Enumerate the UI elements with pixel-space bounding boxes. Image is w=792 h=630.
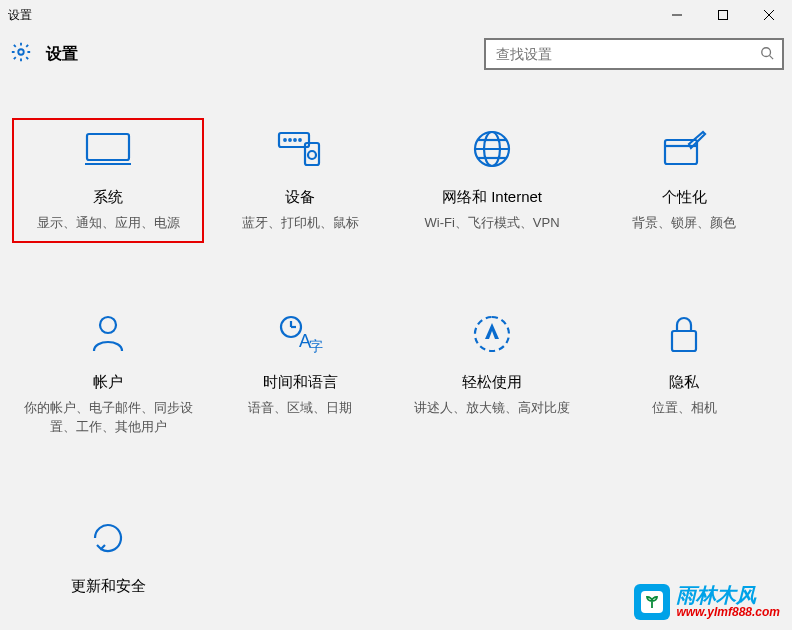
watermark: 雨林木风 www.ylmf888.com bbox=[634, 584, 780, 620]
ease-icon bbox=[471, 313, 513, 355]
close-button[interactable] bbox=[746, 0, 792, 30]
paint-icon bbox=[661, 128, 707, 170]
svg-point-12 bbox=[294, 139, 296, 141]
titlebar: 设置 bbox=[0, 0, 792, 30]
search-input[interactable] bbox=[496, 46, 760, 62]
svg-point-5 bbox=[762, 47, 771, 56]
maximize-icon bbox=[717, 9, 729, 21]
tile-ease-of-access[interactable]: 轻松使用 讲述人、放大镜、高对比度 bbox=[396, 303, 588, 447]
watermark-url: www.ylmf888.com bbox=[676, 606, 780, 619]
person-icon bbox=[90, 313, 126, 355]
display-icon bbox=[83, 128, 133, 170]
svg-point-10 bbox=[284, 139, 286, 141]
svg-text:字: 字 bbox=[309, 338, 323, 354]
lock-icon bbox=[667, 313, 701, 355]
globe-icon bbox=[471, 128, 513, 170]
tile-personalization[interactable]: 个性化 背景、锁屏、颜色 bbox=[588, 118, 780, 243]
time-language-icon: A字 bbox=[277, 313, 323, 355]
tile-desc: 显示、通知、应用、电源 bbox=[37, 213, 180, 233]
sprout-icon bbox=[641, 591, 663, 613]
tile-title: 网络和 Internet bbox=[442, 188, 542, 207]
svg-point-15 bbox=[308, 151, 316, 159]
minimize-button[interactable] bbox=[654, 0, 700, 30]
window-title: 设置 bbox=[8, 7, 32, 24]
tile-desc: 位置、相机 bbox=[652, 398, 717, 418]
page-title: 设置 bbox=[46, 44, 78, 65]
window-controls bbox=[654, 0, 792, 30]
tile-devices[interactable]: 设备 蓝牙、打印机、鼠标 bbox=[204, 118, 396, 243]
devices-icon bbox=[275, 128, 325, 170]
svg-point-23 bbox=[100, 317, 116, 333]
tile-title: 帐户 bbox=[93, 373, 123, 392]
tile-time-language[interactable]: A字 时间和语言 语音、区域、日期 bbox=[204, 303, 396, 447]
svg-rect-21 bbox=[665, 140, 697, 164]
search-icon bbox=[760, 46, 774, 63]
tile-desc: 背景、锁屏、颜色 bbox=[632, 213, 736, 233]
svg-rect-1 bbox=[719, 11, 728, 20]
tile-title: 隐私 bbox=[669, 373, 699, 392]
svg-point-13 bbox=[299, 139, 301, 141]
tile-network[interactable]: 网络和 Internet Wi-Fi、飞行模式、VPN bbox=[396, 118, 588, 243]
tile-desc: 语音、区域、日期 bbox=[248, 398, 352, 418]
tile-accounts[interactable]: 帐户 你的帐户、电子邮件、同步设置、工作、其他用户 bbox=[12, 303, 204, 447]
svg-rect-29 bbox=[672, 331, 696, 351]
minimize-icon bbox=[671, 9, 683, 21]
maximize-button[interactable] bbox=[700, 0, 746, 30]
watermark-brand: 雨林木风 bbox=[676, 584, 780, 606]
tile-title: 更新和安全 bbox=[71, 577, 146, 596]
sync-icon bbox=[87, 517, 129, 559]
header-left: 设置 bbox=[10, 41, 78, 67]
close-icon bbox=[763, 9, 775, 21]
watermark-logo bbox=[634, 584, 670, 620]
watermark-text: 雨林木风 www.ylmf888.com bbox=[676, 584, 780, 619]
tile-desc: 讲述人、放大镜、高对比度 bbox=[414, 398, 570, 418]
tile-privacy[interactable]: 隐私 位置、相机 bbox=[588, 303, 780, 447]
search-box[interactable] bbox=[484, 38, 784, 70]
svg-point-11 bbox=[289, 139, 291, 141]
tile-title: 时间和语言 bbox=[263, 373, 338, 392]
tile-system[interactable]: 系统 显示、通知、应用、电源 bbox=[12, 118, 204, 243]
tile-title: 轻松使用 bbox=[462, 373, 522, 392]
settings-grid: 系统 显示、通知、应用、电源 设备 蓝牙、打印机、鼠标 网络和 Internet… bbox=[0, 78, 792, 612]
svg-line-6 bbox=[770, 55, 774, 59]
gear-icon bbox=[10, 41, 32, 67]
svg-rect-7 bbox=[87, 134, 129, 160]
tile-title: 个性化 bbox=[662, 188, 707, 207]
tile-desc: Wi-Fi、飞行模式、VPN bbox=[424, 213, 559, 233]
tile-update-security[interactable]: 更新和安全 bbox=[12, 507, 204, 612]
svg-point-4 bbox=[18, 49, 24, 55]
tile-title: 设备 bbox=[285, 188, 315, 207]
header: 设置 bbox=[0, 30, 792, 78]
tile-desc: 蓝牙、打印机、鼠标 bbox=[242, 213, 359, 233]
tile-title: 系统 bbox=[93, 188, 123, 207]
tile-desc: 你的帐户、电子邮件、同步设置、工作、其他用户 bbox=[23, 398, 193, 437]
